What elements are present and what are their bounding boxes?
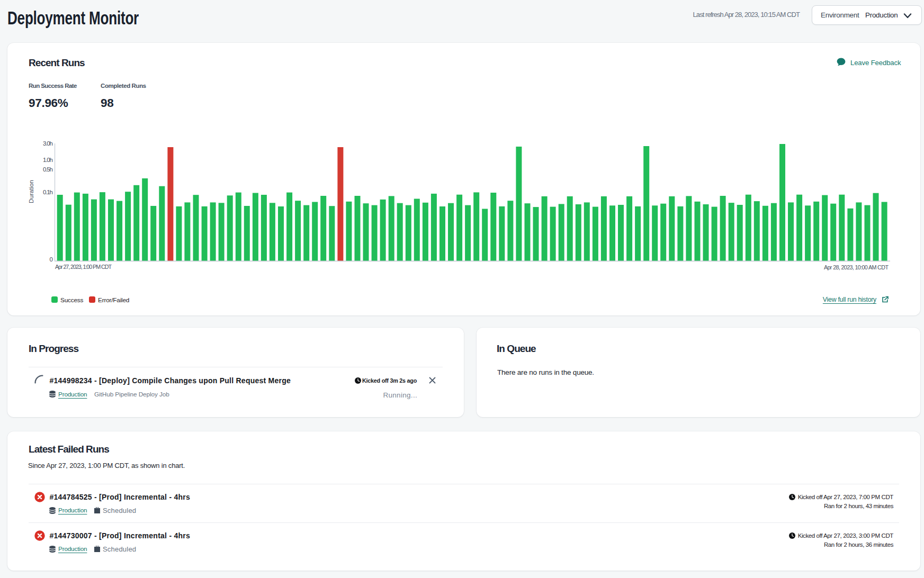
svg-text:0.5h: 0.5h (43, 166, 53, 173)
svg-text:3.0h: 3.0h (43, 140, 53, 147)
svg-text:0: 0 (50, 256, 53, 263)
svg-text:Duration: Duration (28, 180, 34, 203)
svg-text:0.1h: 0.1h (43, 189, 53, 195)
svg-text:Apr 27, 2023, 1:00 PM CDT: Apr 27, 2023, 1:00 PM CDT (55, 264, 112, 270)
svg-text:1.0h: 1.0h (43, 157, 53, 163)
svg-text:Apr 28, 2023, 10:00 AM CDT: Apr 28, 2023, 10:00 AM CDT (824, 264, 889, 270)
